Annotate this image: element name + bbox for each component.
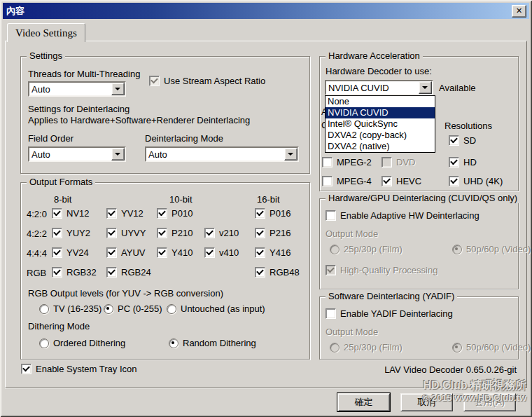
field-order-combobox-value: Auto xyxy=(31,149,111,160)
format-checkbox-uyvy[interactable]: UYVY xyxy=(106,228,146,238)
row-label-444: 4:4:4 xyxy=(27,248,47,259)
close-button[interactable]: ✕ xyxy=(512,5,526,18)
column-header-8bit: 8-bit xyxy=(54,194,71,205)
dropdown-option-dxva2-copyback[interactable]: DXVA2 (copy-back) xyxy=(326,130,435,141)
checkbox-box xyxy=(326,210,336,221)
checkbox-box xyxy=(326,308,336,319)
resolution-label: UHD (4K) xyxy=(463,176,503,186)
format-checkbox-p216[interactable]: P216 xyxy=(255,228,290,238)
threads-label: Threads for Multi-Threading xyxy=(28,69,140,79)
hw-gpu-deinterlacing-group: Hardware/GPU Deinterlacing (CUVID/QS onl… xyxy=(319,198,519,289)
chevron-down-icon[interactable] xyxy=(111,83,125,95)
column-header-10bit: 10-bit xyxy=(169,194,192,205)
apply-button[interactable]: 套用(A) xyxy=(463,393,516,411)
format-label: Y410 xyxy=(172,247,192,258)
format-label: AYUV xyxy=(121,247,145,258)
radio-label: 25p/30p (Film) xyxy=(344,244,402,254)
format-checkbox-y416[interactable]: Y416 xyxy=(255,247,290,258)
radio-label: TV (16-235) xyxy=(53,303,102,314)
enable-yadif-checkbox[interactable]: Enable YADIF Deinterlacing xyxy=(326,308,453,319)
settings-group: Settings Threads for Multi-Threading Aut… xyxy=(20,56,310,174)
checkbox-box xyxy=(52,267,62,278)
output-formats-group: Output Formats 8-bit 10-bit 16-bit 4:2:0… xyxy=(20,182,310,360)
ok-button[interactable]: 確定 xyxy=(337,393,390,411)
deinterlacing-heading: Settings for Deinterlacing xyxy=(28,104,130,114)
format-checkbox-ayuv[interactable]: AYUV xyxy=(106,247,145,258)
deinterlacing-mode-combobox[interactable]: Auto xyxy=(145,146,299,162)
high-quality-processing-checkbox[interactable]: High-Quality Processing xyxy=(326,265,438,275)
hw-radio-video[interactable]: 50p/60p (Video) xyxy=(452,244,531,254)
hw-decoder-combobox-value: NVIDIA CUVID xyxy=(328,83,418,93)
codec-label: HEVC xyxy=(396,176,421,186)
format-checkbox-p016[interactable]: P016 xyxy=(255,208,290,219)
resolution-checkbox-sd[interactable]: SD xyxy=(449,135,476,146)
hardware-acceleration-group: Hardware Acceleration Hardware Decoder t… xyxy=(319,56,519,191)
codec-checkbox-dvd[interactable]: DVD xyxy=(382,157,415,168)
dropdown-option-dxva2-native[interactable]: DXVA2 (native) xyxy=(326,141,435,152)
sw-radio-film[interactable]: 25p/30p (Film) xyxy=(330,342,402,353)
radio-circle xyxy=(104,304,113,314)
use-stream-aspect-checkbox[interactable]: Use Stream Aspect Ratio xyxy=(149,76,265,86)
format-checkbox-p210[interactable]: P210 xyxy=(157,228,192,238)
radio-random-dithering[interactable]: Random Dithering xyxy=(169,338,256,348)
format-checkbox-yv24[interactable]: YV24 xyxy=(52,247,89,258)
checkbox-box xyxy=(157,247,167,258)
tab-video-settings[interactable]: Video Settings xyxy=(7,23,85,42)
radio-untouched-levels[interactable]: Untouched (as input) xyxy=(167,303,265,314)
radio-label: PC (0-255) xyxy=(118,303,162,314)
resolution-checkbox-uhd[interactable]: UHD (4K) xyxy=(449,176,503,186)
radio-label: 50p/60p (Video) xyxy=(466,342,531,353)
chevron-down-icon[interactable] xyxy=(284,148,298,160)
use-stream-aspect-label: Use Stream Aspect Ratio xyxy=(164,76,265,86)
checkbox-box xyxy=(204,228,215,238)
radio-ordered-dithering[interactable]: Ordered Dithering xyxy=(39,338,125,348)
enable-adaptive-hw-deint-checkbox[interactable]: Enable Adaptive HW Deinterlacing xyxy=(326,210,479,221)
format-checkbox-y410[interactable]: Y410 xyxy=(157,247,192,258)
close-icon: ✕ xyxy=(516,6,522,15)
dropdown-option-intel-quicksync[interactable]: Intel® QuickSync xyxy=(326,118,435,130)
format-checkbox-v410[interactable]: v410 xyxy=(204,247,239,258)
format-checkbox-v210[interactable]: v210 xyxy=(204,228,239,238)
format-label: P210 xyxy=(172,228,192,238)
output-formats-group-title: Output Formats xyxy=(27,177,95,187)
cancel-button[interactable]: 取消 xyxy=(400,393,453,411)
dropdown-option-none[interactable]: None xyxy=(326,96,435,107)
titlebar: 內容 xyxy=(3,3,529,19)
sw-radio-video[interactable]: 50p/60p (Video) xyxy=(452,342,531,353)
radio-circle xyxy=(39,339,49,348)
radio-tv-levels[interactable]: TV (16-235) xyxy=(39,303,102,314)
format-checkbox-rgb24[interactable]: RGB24 xyxy=(106,267,151,278)
format-checkbox-rgb32[interactable]: RGB32 xyxy=(52,267,97,278)
format-checkbox-rgb48[interactable]: RGB48 xyxy=(255,267,300,278)
enable-system-tray-checkbox[interactable]: Enable System Tray Icon xyxy=(21,364,137,374)
checkbox-box xyxy=(326,265,336,275)
chevron-down-icon[interactable] xyxy=(419,81,432,94)
format-checkbox-yuy2[interactable]: YUY2 xyxy=(52,228,90,238)
resolution-checkbox-hd[interactable]: HD xyxy=(449,157,477,168)
codec-checkbox-hevc[interactable]: HEVC xyxy=(382,176,421,186)
format-checkbox-p010[interactable]: P010 xyxy=(157,208,192,219)
row-label-422: 4:2:2 xyxy=(27,228,47,239)
radio-label: Untouched (as input) xyxy=(181,303,265,314)
dropdown-option-nvidia-cuvid[interactable]: NVIDIA CUVID xyxy=(326,107,435,118)
radio-circle xyxy=(169,339,178,348)
hw-decoder-combobox[interactable]: NVIDIA CUVID xyxy=(325,80,433,95)
radio-circle xyxy=(452,245,462,254)
format-label: YV24 xyxy=(66,247,89,258)
checkbox-box xyxy=(322,157,332,168)
radio-pc-levels[interactable]: PC (0-255) xyxy=(104,303,162,314)
hw-radio-film[interactable]: 25p/30p (Film) xyxy=(330,244,402,254)
tab-page: Settings Threads for Multi-Threading Aut… xyxy=(5,41,527,388)
field-order-combobox[interactable]: Auto xyxy=(28,146,126,162)
radio-circle xyxy=(167,304,176,314)
chevron-down-icon[interactable] xyxy=(111,148,125,160)
hw-gpu-deinterlacing-group-title: Hardware/GPU Deinterlacing (CUVID/QS onl… xyxy=(326,193,520,203)
checkbox-box xyxy=(449,135,459,146)
format-checkbox-yv12[interactable]: YV12 xyxy=(106,208,144,219)
codec-checkbox-mpeg2[interactable]: MPEG-2 xyxy=(322,157,372,168)
threads-combobox[interactable]: Auto xyxy=(28,81,126,97)
format-checkbox-nv12[interactable]: NV12 xyxy=(52,208,90,219)
available-status-label: Available xyxy=(439,83,476,93)
codec-checkbox-mpeg4[interactable]: MPEG-4 xyxy=(322,176,372,186)
checkbox-box xyxy=(382,176,392,186)
